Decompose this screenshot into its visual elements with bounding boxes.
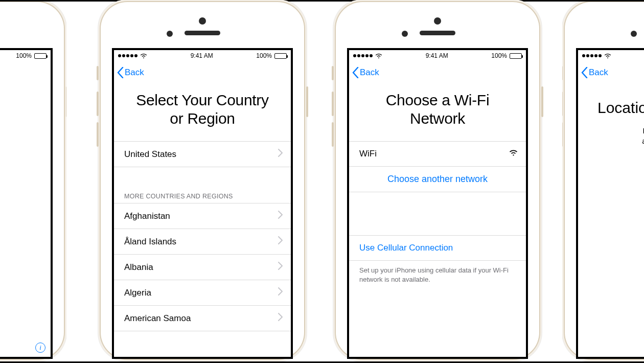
screen-country: 9:41 AM 100% Back: [112, 48, 293, 359]
wifi-icon: [375, 53, 382, 59]
info-icon[interactable]: i: [35, 343, 45, 353]
country-label: Afghanistan: [124, 211, 170, 221]
chevron-right-icon: [278, 149, 283, 160]
country-label: Åland Islands: [124, 237, 176, 247]
status-time: 9:41 AM: [191, 52, 213, 59]
page-title: Choose a Wi-FiNetwork: [349, 84, 526, 141]
back-button[interactable]: Back: [352, 67, 379, 78]
chevron-right-icon: [278, 262, 283, 273]
wifi-network-name: WiFi: [359, 149, 377, 159]
country-label: American Samoa: [124, 313, 191, 324]
phone-location-partial: Back Locatio Location Service apps and s…: [562, 2, 644, 363]
country-label: Albania: [124, 262, 153, 273]
battery-percent: 100%: [491, 52, 507, 59]
chevron-left-icon: [581, 67, 588, 78]
status-bar: 9:41 AM 100%: [349, 50, 526, 61]
battery-percent: 100%: [256, 52, 272, 59]
country-row[interactable]: Afghanistan: [114, 203, 291, 229]
back-label: Back: [125, 67, 144, 78]
battery-percent: 100%: [16, 52, 32, 59]
phone-country: 9:41 AM 100% Back: [98, 0, 307, 362]
signal-dots-icon: [582, 54, 602, 57]
country-row[interactable]: American Samoa: [114, 305, 291, 331]
section-header-more: MORE COUNTRIES AND REGIONS: [114, 167, 291, 203]
screen-location: Back Locatio Location Service apps and s…: [576, 48, 644, 359]
wifi-network-row[interactable]: WiFi: [349, 141, 526, 166]
status-bar: 100%: [0, 50, 51, 61]
use-cellular-button[interactable]: Use Cellular Connection: [349, 235, 526, 261]
cellular-note: Set up your iPhone using cellular data i…: [349, 261, 526, 289]
chevron-right-icon: [278, 211, 283, 221]
country-row-us[interactable]: United States: [114, 141, 291, 167]
page-title: Locatio: [578, 84, 644, 126]
chevron-right-icon: [278, 236, 283, 247]
wifi-icon: [604, 53, 611, 59]
screen-wifi: 9:41 AM 100% Back: [347, 48, 528, 359]
back-label: Back: [360, 67, 379, 78]
country-label: Algeria: [124, 288, 151, 298]
phone-hello-partial: 100% up i: [0, 2, 66, 363]
about-location-link[interactable]: About Lo: [605, 170, 644, 181]
country-row[interactable]: Åland Islands: [114, 229, 291, 254]
status-bar: 9:41 AM 100%: [114, 50, 291, 61]
use-cellular-label: Use Cellular Connection: [359, 243, 453, 253]
wifi-signal-icon: [509, 149, 518, 159]
chevron-right-icon: [278, 287, 283, 298]
back-label: Back: [589, 67, 608, 78]
enable-location-button[interactable]: Enable Lo: [605, 283, 644, 313]
back-button[interactable]: Back: [117, 67, 144, 78]
location-body-text: Location Service apps and service gather…: [578, 126, 644, 170]
choose-another-network-button[interactable]: Choose another network: [349, 166, 526, 192]
back-button[interactable]: Back: [581, 67, 608, 78]
disable-location-button[interactable]: Disable L: [605, 313, 644, 336]
status-bar: [578, 50, 644, 61]
battery-icon: [510, 53, 522, 59]
screen-hello: 100% up i: [0, 48, 53, 359]
country-row[interactable]: Albania: [114, 254, 291, 280]
chevron-left-icon: [352, 67, 359, 78]
country-row[interactable]: Algeria: [114, 280, 291, 305]
signal-dots-icon: [118, 54, 137, 57]
status-time: 9:41 AM: [426, 52, 448, 59]
battery-icon: [274, 53, 287, 59]
country-label: United States: [124, 149, 176, 160]
chevron-right-icon: [278, 313, 283, 324]
page-title: Select Your Countryor Region: [114, 84, 291, 141]
phone-wifi: 9:41 AM 100% Back: [333, 0, 542, 362]
chevron-left-icon: [117, 67, 124, 78]
wifi-icon: [140, 53, 147, 59]
signal-dots-icon: [353, 54, 373, 57]
battery-icon: [34, 53, 47, 59]
